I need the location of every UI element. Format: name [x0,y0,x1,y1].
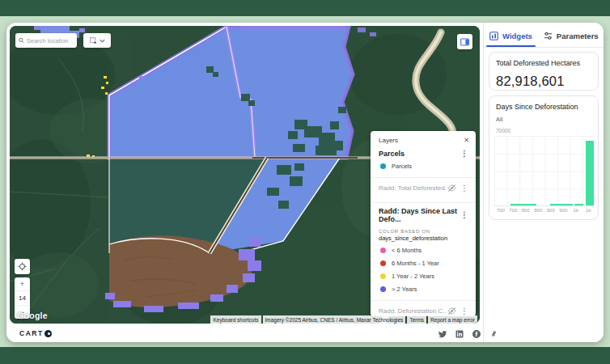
tab-parameters[interactable]: Parameters [544,25,599,47]
layers-panel-title: Layers [379,137,398,144]
chart-x-tick: 1k [570,208,582,213]
close-icon[interactable]: ✕ [464,136,469,144]
legend-dot [380,248,386,253]
histogram-plot[interactable] [494,136,595,206]
total-deforested-value: 82,918,601 [496,74,591,89]
legend-item: < 6 Months [371,243,476,256]
legend-label: 1 Year - 2 Years [392,273,434,280]
carto-logo-text: CART [19,329,44,337]
legend-dot [380,273,386,279]
eye-off-icon[interactable] [447,184,456,193]
color-based-on-label: COLOR BASED ON [371,225,476,235]
zoom-in-button[interactable]: + [15,277,30,290]
widgets-icon [489,32,498,40]
map-attribution: Keyboard shortcuts Imagery ©2025 Airbus,… [210,315,477,324]
chart-y-max-label: 70000 [496,128,591,133]
sidebar-tabs: Widgets Parameters [484,25,604,48]
tab-widgets[interactable]: Widgets [489,25,532,47]
legend-label: < 6 Months [392,247,421,254]
chart-bar [586,141,593,205]
legend-label: > 2 Years [392,286,417,293]
layer-radd-class[interactable]: Radd: Deforestation C... ⋮ [371,301,476,316]
frame-top [0,0,610,16]
layer-radd-days-name: Radd: Days Since Last Defo... [379,207,458,223]
parcels-legend-dot [380,163,386,169]
chart-x-tick: 700 [507,208,520,213]
layer-radd-total-name: Radd: Total Deforested... [379,184,446,192]
chart-bar [550,204,572,205]
widget-title: Days Since Deforestation [496,103,591,111]
layer-radd-days[interactable]: Radd: Days Since Last Defo... ⋮ [371,203,476,225]
search-input[interactable] [27,37,74,44]
layer-parcels[interactable]: Parcels ⋮ [371,146,476,159]
imagery-attribution: Imagery ©2025 Airbus, CNES / Airbus, Max… [263,315,406,324]
layer-radd-total[interactable]: Radd: Total Deforested... ⋮ [371,178,476,197]
zoom-level: 14 [15,290,30,305]
app-window: Layers ✕ Parcels ⋮ Parcels Radd: Total D… [6,23,604,342]
footer-strip: CART CARTO [6,324,480,342]
search-box[interactable] [15,33,77,48]
link-icon[interactable] [489,328,499,339]
twitter-icon[interactable] [438,329,447,339]
terms-link[interactable]: Terms [407,315,426,324]
geolocate-icon [18,262,27,271]
legend-dot [380,286,386,292]
legend-item: 1 Year - 2 Years [371,269,476,282]
chart-bars [494,136,595,205]
legend-item: 6 Months - 1 Year [371,256,476,269]
tab-widgets-label: Widgets [502,32,532,40]
total-deforested-widget: Total Deforested Hectares 82,918,601 [489,52,599,91]
social-links [438,328,499,339]
kebab-icon[interactable]: ⋮ [458,211,471,219]
layer-parcels-name: Parcels [379,150,405,158]
legend-item: > 2 Years [371,282,476,295]
chart-x-ticks: 7007008008009009001k1k [494,208,595,213]
chart-bar [574,204,583,205]
layer-radd-class-name: Radd: Deforestation C... [379,307,446,315]
panel-toggle-button[interactable] [457,34,472,49]
legend-label: 6 Months - 1 Year [392,260,439,267]
layers-panel: Layers ✕ Parcels ⋮ Parcels Radd: Total D… [371,131,476,316]
frame-bottom [0,347,610,364]
select-tool-icon [90,37,97,44]
linkedin-icon[interactable] [455,329,464,339]
report-map-error-link[interactable]: Report a map error [428,315,477,324]
facebook-icon[interactable] [472,329,481,339]
tab-parameters-label: Parameters [557,32,599,40]
geolocate-button[interactable] [15,259,30,274]
parameters-icon [544,32,553,40]
widget-title: Total Deforested Hectares [496,59,591,67]
chart-x-tick: 700 [494,208,507,213]
keyboard-shortcuts-link[interactable]: Keyboard shortcuts [210,315,261,324]
parcels-legend-label: Parcels [392,163,412,170]
chart-x-tick: 900 [557,208,570,213]
chevron-down-icon [100,39,105,43]
chart-x-tick: 800 [519,208,532,213]
select-tool-button[interactable] [83,33,111,48]
chart-x-tick: 1k [582,208,595,213]
chart-filter-label: All [496,116,591,123]
days-since-deforestation-widget: Days Since Deforestation All 70000 70070… [489,95,599,220]
parcels-legend-item: Parcels [371,159,476,172]
panel-toggle-icon [460,38,469,46]
kebab-icon[interactable]: ⋮ [458,184,471,193]
legend-dot [380,260,386,266]
carto-logo[interactable]: CART CARTO [19,329,52,337]
kebab-icon[interactable]: ⋮ [458,150,471,158]
chart-x-tick: 800 [532,208,545,213]
chart-bar [510,204,536,205]
google-watermark: Google [17,311,48,320]
eye-off-icon[interactable] [447,307,456,315]
kebab-icon[interactable]: ⋮ [458,307,471,315]
search-icon [19,37,24,44]
right-sidebar: Widgets Parameters Total Deforested Hect… [483,23,604,342]
chart-x-tick: 900 [544,208,557,213]
screen: { "icons": { "kebab": "⋮", "close": "✕" … [0,0,610,364]
color-field-name: days_since_deforestation [371,235,476,243]
map-canvas[interactable]: Layers ✕ Parcels ⋮ Parcels Radd: Total D… [10,26,480,324]
carto-o-icon [44,330,52,337]
